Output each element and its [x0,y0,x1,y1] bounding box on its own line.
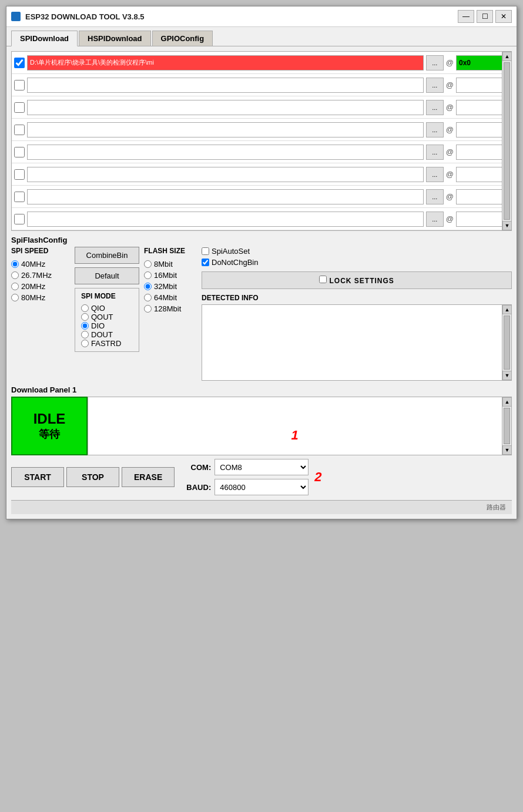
spi-mode-dio[interactable]: DIO [81,321,133,330]
erase-button[interactable]: ERASE [122,467,175,487]
do-not-chg-bin-checkbox[interactable]: DoNotChgBin [202,258,512,267]
download-panel-label: Download Panel 1 [11,385,512,394]
log-scrollbar[interactable]: ▲ ▼ [502,397,511,455]
flash-128mbit[interactable]: 128Mbit [144,304,197,313]
file-rows-panel: ... @ ... @ ... @ ... [11,51,512,231]
default-button[interactable]: Default [75,267,139,284]
log-scroll-thumb[interactable] [504,408,510,444]
annotation-1: 1 [291,428,299,443]
spi-mode-group: SPI MODE QIO QOUT DIO D [75,288,139,352]
file-row: ... @ [12,96,511,119]
stop-button[interactable]: STOP [66,467,119,487]
address-input-8[interactable] [456,212,509,227]
lock-settings-box: LOCK SETTINGS [202,271,512,289]
at-symbol-8: @ [446,214,454,223]
lock-settings-checkbox[interactable] [319,276,327,283]
idle-label-cn: 等待 [39,427,60,441]
address-input-1[interactable] [456,55,509,71]
watermark: 路由器 [487,503,506,512]
detected-scroll-thumb[interactable] [504,316,510,370]
bottom-bar: 路由器 [11,500,512,514]
address-input-4[interactable] [456,122,509,137]
detected-scroll-up[interactable]: ▲ [502,305,512,314]
detected-scroll-down[interactable]: ▼ [502,371,512,380]
file-row-checkbox-8[interactable] [14,214,25,224]
close-button[interactable]: ✕ [495,10,512,23]
main-window: ESP32 DOWNLOAD TOOL V3.8.5 — ☐ ✕ SPIDown… [6,6,517,519]
browse-button-1[interactable]: ... [426,55,444,71]
file-row: ... @ [12,186,511,208]
idle-label-en: IDLE [33,411,66,427]
file-path-input-5[interactable] [27,145,424,160]
browse-button-2[interactable]: ... [426,78,444,93]
combine-bin-button[interactable]: CombineBin [75,247,139,264]
spi-mode-dout[interactable]: DOUT [81,330,133,339]
flash-16mbit[interactable]: 16Mbit [144,271,197,280]
browse-button-3[interactable]: ... [426,100,444,115]
start-button[interactable]: START [11,467,64,487]
detected-info-label: DETECTED INFO [202,294,512,302]
com-label: COM: [186,463,211,472]
scroll-up-arrow[interactable]: ▲ [502,52,512,61]
spi-auto-set-checkbox[interactable]: SpiAutoSet [202,247,512,256]
scroll-thumb[interactable] [504,62,510,220]
address-input-3[interactable] [456,100,509,115]
file-row-checkbox-1[interactable] [14,58,25,68]
flash-8mbit[interactable]: 8Mbit [144,260,197,269]
spi-speed-20mhz[interactable]: 20MHz [11,282,70,291]
bottom-controls: START STOP ERASE COM: COM8 BAUD: 460800 … [11,459,512,495]
address-input-2[interactable] [456,78,509,93]
browse-button-6[interactable]: ... [426,167,444,182]
file-rows-scrollbar[interactable]: ▲ ▼ [502,52,511,230]
file-path-input-4[interactable] [27,122,424,137]
file-path-input-8[interactable] [27,212,424,227]
browse-button-5[interactable]: ... [426,145,444,160]
address-input-7[interactable] [456,189,509,204]
file-row-checkbox-7[interactable] [14,192,25,202]
minimize-button[interactable]: — [458,10,474,23]
file-row-checkbox-3[interactable] [14,102,25,113]
spi-mode-qio[interactable]: QIO [81,304,133,313]
file-path-input-6[interactable] [27,167,424,182]
idle-status-button[interactable]: IDLE 等待 [11,397,88,455]
file-row-checkbox-5[interactable] [14,147,25,157]
browse-button-8[interactable]: ... [426,212,444,227]
at-symbol-5: @ [446,147,454,156]
annotation-2: 2 [314,469,321,485]
right-column: SpiAutoSet DoNotChgBin LOCK SETTINGS DET… [202,247,512,381]
flash-64mbit[interactable]: 64Mbit [144,293,197,302]
tab-gpioconfig[interactable]: GPIOConfig [152,31,213,46]
browse-button-4[interactable]: ... [426,122,444,137]
file-row-checkbox-6[interactable] [14,169,25,180]
tab-spidownload[interactable]: SPIDownload [11,31,78,46]
com-select[interactable]: COM8 [214,459,309,475]
file-path-input-3[interactable] [27,100,424,115]
spi-mode-label: SPI MODE [81,292,133,300]
address-input-6[interactable] [456,167,509,182]
spi-speed-26mhz[interactable]: 26.7MHz [11,271,70,280]
spi-mode-qout[interactable]: QOUT [81,313,133,321]
baud-select[interactable]: 460800 [214,479,309,495]
spi-speed-80mhz[interactable]: 80MHz [11,293,70,302]
file-path-input-2[interactable] [27,78,424,93]
spi-speed-column: SPI SPEED 40MHz 26.7MHz 20MHz 80MHz [11,247,70,381]
browse-button-7[interactable]: ... [426,189,444,204]
flash-32mbit[interactable]: 32Mbit [144,282,197,291]
tab-hspidownload[interactable]: HSPIDownload [79,31,150,46]
address-input-5[interactable] [456,145,509,160]
maximize-button[interactable]: ☐ [477,10,493,23]
file-row-checkbox-2[interactable] [14,80,25,90]
file-row-checkbox-4[interactable] [14,125,25,135]
at-symbol-2: @ [446,80,454,89]
spi-mode-fastrd[interactable]: FASTRD [81,339,133,348]
file-path-input-7[interactable] [27,189,424,204]
spi-speed-40mhz[interactable]: 40MHz [11,260,70,269]
log-scroll-up[interactable]: ▲ [502,397,512,407]
scroll-down-arrow[interactable]: ▼ [502,221,512,230]
watermark-text: 路由器 [487,503,506,512]
at-symbol-3: @ [446,103,454,112]
detected-info-scrollbar[interactable]: ▲ ▼ [502,305,511,380]
window-controls: — ☐ ✕ [458,10,512,23]
file-path-input-1[interactable] [27,55,424,71]
log-scroll-down[interactable]: ▼ [502,445,512,455]
